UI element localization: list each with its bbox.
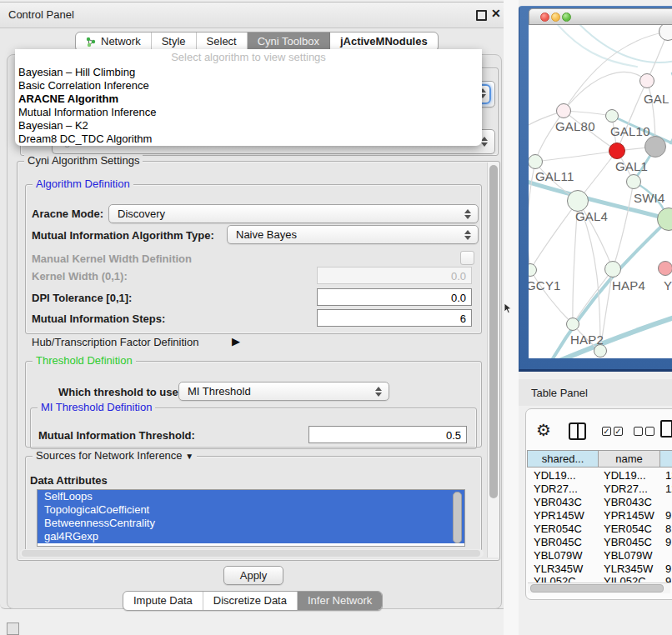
node-HAP4[interactable] bbox=[604, 261, 621, 278]
table-cell[interactable]: YDR27... bbox=[604, 482, 648, 495]
hub-section-label[interactable]: Hub/Transcription Factor Definition bbox=[32, 336, 198, 348]
mi-threshold-field[interactable]: 0.5 bbox=[308, 426, 467, 443]
tab-style[interactable]: Style bbox=[152, 32, 197, 51]
kernel-width-field[interactable]: 0.0 bbox=[317, 267, 472, 284]
manual-kernel-checkbox[interactable] bbox=[460, 251, 474, 265]
table-cell[interactable]: YBR045C bbox=[534, 536, 582, 548]
mi-steps-field[interactable]: 6 bbox=[317, 309, 472, 327]
node-GAL1-selected[interactable] bbox=[609, 142, 625, 159]
window-zoom-icon[interactable] bbox=[562, 12, 571, 22]
combo-stepper-icon bbox=[481, 137, 489, 147]
table-cell[interactable]: 8. bbox=[665, 522, 672, 535]
tab-discretize-data[interactable]: Discretize Data bbox=[203, 592, 298, 610]
float-window-icon[interactable] bbox=[476, 10, 487, 21]
dpi-tolerance-field[interactable]: 0.0 bbox=[317, 288, 472, 306]
settings-hscrollbar-thumb[interactable] bbox=[22, 550, 480, 557]
which-threshold-combobox[interactable]: MI Threshold bbox=[178, 382, 389, 401]
table-cell[interactable]: YDR27... bbox=[534, 482, 578, 495]
tab-network-label: Network bbox=[101, 32, 141, 51]
columns-icon[interactable] bbox=[569, 422, 586, 440]
list-scrollbar-thumb[interactable] bbox=[453, 492, 462, 543]
tab-network[interactable]: Network bbox=[76, 32, 152, 51]
table-cell[interactable]: YDL19... bbox=[604, 469, 646, 482]
combo-stepper-icon bbox=[464, 230, 472, 240]
tab-cyni-toolbox[interactable]: Cyni Toolbox bbox=[248, 32, 330, 51]
grip-icon[interactable] bbox=[7, 622, 19, 635]
expand-right-icon[interactable]: ▶ bbox=[232, 335, 240, 348]
which-threshold-label: Which threshold to use: bbox=[58, 386, 182, 398]
popup-item[interactable]: Basic Correlation Inference bbox=[15, 79, 482, 92]
table-cell[interactable]: YPR145W bbox=[604, 509, 654, 522]
table-cell[interactable]: 12 bbox=[665, 482, 672, 495]
node[interactable] bbox=[644, 136, 666, 158]
node[interactable] bbox=[658, 261, 672, 276]
table-cell[interactable]: YBL079W bbox=[534, 549, 583, 562]
table-cell[interactable]: YPR145W bbox=[534, 509, 584, 522]
table-hscrollbar-thumb[interactable] bbox=[530, 584, 664, 592]
column-header-shared[interactable]: shared... bbox=[527, 450, 599, 468]
close-icon[interactable]: ✕ bbox=[491, 7, 501, 20]
popup-item[interactable]: Bayesian – K2 bbox=[15, 119, 482, 132]
tab-infer-network[interactable]: Infer Network bbox=[298, 592, 382, 610]
list-item[interactable]: SelfLoops bbox=[38, 490, 464, 503]
settings-scrollbar[interactable] bbox=[487, 162, 499, 558]
table-cell[interactable]: 9. bbox=[665, 562, 672, 575]
network-window-titlebar[interactable] bbox=[529, 8, 672, 25]
deselect-all-columns-icon[interactable] bbox=[634, 427, 654, 436]
tab-select[interactable]: Select bbox=[197, 32, 248, 51]
popup-item[interactable]: Mutual Information Inference bbox=[15, 106, 482, 119]
table-cell[interactable]: 9. bbox=[665, 536, 672, 548]
select-all-columns-icon[interactable]: ✓✓ bbox=[602, 427, 623, 436]
node-GAL80[interactable] bbox=[556, 103, 571, 118]
popup-item-selected[interactable]: ARACNE Algorithm bbox=[15, 92, 482, 106]
network-canvas[interactable]: GAL GAL80 GAL10 GAL1 GAL11 SWI4 GAL4 GCY… bbox=[529, 25, 672, 358]
table-cell[interactable]: 9 bbox=[665, 575, 671, 582]
gear-icon[interactable]: ⚙ bbox=[536, 420, 551, 440]
aracne-mode-combobox[interactable]: Discovery bbox=[108, 204, 479, 223]
node-GAL10[interactable] bbox=[605, 109, 619, 122]
list-item[interactable]: TopologicalCoefficient bbox=[38, 503, 464, 517]
aracne-mode-value: Discovery bbox=[109, 205, 478, 222]
combo-stepper-icon bbox=[464, 209, 472, 219]
node-label: SWI4 bbox=[634, 191, 664, 205]
table-cell[interactable]: YBL079W bbox=[604, 549, 653, 562]
table-cell[interactable]: YER054C bbox=[534, 522, 582, 535]
export-table-icon[interactable] bbox=[660, 420, 672, 438]
list-item[interactable]: BetweennessCentrality bbox=[38, 517, 464, 530]
table-cell[interactable]: YBR043C bbox=[534, 496, 582, 508]
tab-impute-data[interactable]: Impute Data bbox=[123, 592, 203, 610]
column-header-name[interactable]: name bbox=[599, 450, 660, 468]
node-SWI4[interactable] bbox=[626, 174, 641, 189]
table-hscrollbar[interactable] bbox=[528, 582, 670, 593]
list-item[interactable]: gal4RGexp bbox=[38, 530, 464, 543]
popup-item[interactable]: Bayesian – Hill Climbing bbox=[15, 66, 482, 79]
settings-scrollbar-thumb[interactable] bbox=[489, 165, 498, 498]
tab-jactivemnodules[interactable]: jActiveMNodules bbox=[330, 32, 438, 51]
network-icon bbox=[86, 37, 97, 48]
table-cell[interactable]: YIL052C bbox=[534, 575, 576, 582]
mi-type-combobox[interactable]: Naive Bayes bbox=[227, 225, 479, 244]
table-panel-header: Table Panel bbox=[519, 379, 672, 406]
window-minimize-icon[interactable] bbox=[551, 12, 560, 22]
mi-type-label: Mutual Information Algorithm Type: bbox=[32, 229, 214, 242]
table-cell[interactable]: YLR345W bbox=[534, 562, 583, 575]
column-header[interactable] bbox=[660, 450, 672, 468]
table-cell[interactable]: YER054C bbox=[604, 522, 652, 535]
table-cell[interactable]: YLR345W bbox=[604, 562, 653, 575]
table-cell[interactable]: YDL19... bbox=[534, 469, 576, 482]
manual-kernel-label: Manual Kernel Width Definition bbox=[32, 252, 192, 265]
window-close-icon[interactable] bbox=[540, 12, 549, 22]
settings-hscrollbar[interactable] bbox=[20, 549, 484, 558]
apply-button[interactable]: Apply bbox=[223, 566, 283, 585]
popup-item[interactable]: Dream8 DC_TDC Algorithm bbox=[15, 132, 482, 146]
node-HAP2[interactable] bbox=[566, 318, 579, 331]
table-cell[interactable]: YIL052C bbox=[604, 575, 646, 582]
table-cell[interactable]: 13 bbox=[665, 469, 672, 482]
table-cell[interactable]: YBR043C bbox=[604, 496, 652, 508]
table-cell[interactable]: 9. bbox=[665, 509, 672, 522]
node-GAL[interactable] bbox=[639, 73, 654, 88]
settings-group-title: Cyni Algorithm Settings bbox=[24, 154, 143, 167]
table-cell[interactable]: YBR045C bbox=[604, 536, 652, 548]
node-label: Y bbox=[664, 278, 672, 292]
collapse-down-icon[interactable]: ▼ bbox=[185, 452, 193, 461]
